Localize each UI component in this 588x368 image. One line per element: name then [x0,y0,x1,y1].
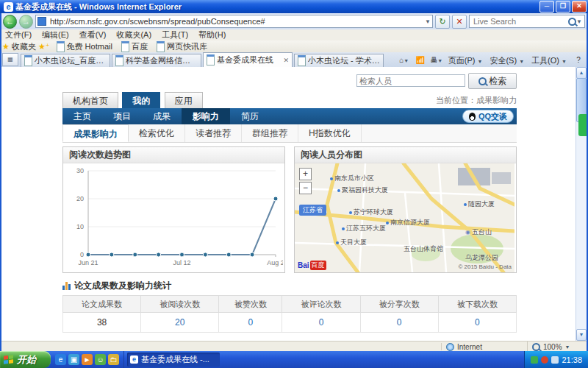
baidu-map[interactable]: + − 江苏省 南东瓜市小区 聚福园科技大厦 苏宁环球大厦 江苏五环大厦 南京信… [295,163,514,272]
url-input[interactable] [49,16,423,26]
address-dropdown-icon[interactable]: ▼ [425,18,431,25]
taskbar: 开始 e ▣ ► ☺ 🗀 e 基金委成果在线 -... 21:38 [0,351,588,368]
address-bar[interactable]: ▼ [35,15,433,28]
col-header: 被阅读次数 [141,296,219,313]
menu-view[interactable]: 查看(V) [74,29,112,40]
map-region-badge: 江苏省 [299,205,326,216]
svg-text:Jul 12: Jul 12 [173,259,190,266]
favorites-button[interactable]: 收藏夹 [12,41,36,52]
scroll-down-button[interactable]: ▼ [576,329,587,341]
subtab-reader-recommend[interactable]: 读者推荐 [185,124,242,142]
status-message [1,343,442,350]
tab-apps[interactable]: 应用 [165,92,203,110]
zoom-level: 100% [543,343,562,351]
feeds-icon[interactable]: 📶 [413,54,428,67]
print-icon[interactable]: 🖶▼ [429,54,444,67]
favorite-link-baidu[interactable]: 百度 [117,41,152,52]
map-attribution: © 2015 Baidu - Data [458,263,512,270]
stat-like-count[interactable]: 0 [219,313,282,333]
stat-download-count[interactable]: 0 [438,313,516,333]
ie-quicklaunch-icon[interactable]: e [55,354,66,365]
menu-help[interactable]: 帮助(H) [193,29,231,40]
command-tools[interactable]: 工具(O) ▼ [528,55,570,66]
col-header: 论文成果数 [63,296,141,313]
col-header: 被评论次数 [282,296,360,313]
svg-text:10: 10 [76,223,84,230]
col-header: 被下载次数 [438,296,516,313]
tab-close-icon[interactable]: ✕ [283,57,289,64]
messenger-icon[interactable]: ☺ [95,354,106,365]
bar-chart-icon [62,282,71,290]
zoom-control[interactable]: 100% ▼ [528,342,587,352]
nav-influence[interactable]: 影响力 [182,108,230,124]
back-button[interactable]: ← [3,15,17,29]
stat-share-count[interactable]: 0 [360,313,438,333]
stat-read-count[interactable]: 20 [141,313,219,333]
map-label: 苏宁环球大厦 [349,208,393,217]
window-titlebar: e 基金委成果在线 - Windows Internet Explorer ─ … [0,0,588,13]
favorites-star-icon: ★ [2,42,10,52]
vertical-scrollbar[interactable]: ▲ ▼ [576,67,587,341]
search-magnifier-icon[interactable] [568,18,576,26]
show-desktop-icon[interactable]: ▣ [68,354,79,365]
close-button[interactable]: ✕ [572,1,587,13]
favorite-link-webslice[interactable]: 网页快讯库 [152,41,212,52]
qq-chat-button[interactable]: QQ交谈 [462,110,514,123]
nav-resume[interactable]: 简历 [230,108,270,124]
stop-button[interactable]: ✕ [452,15,467,29]
tab-institution-home[interactable]: 机构首页 [62,92,118,110]
nav-results[interactable]: 成果 [142,108,182,124]
help-icon[interactable]: ? [571,54,586,67]
favorite-link-hotmail[interactable]: 免费 Hotmail [52,41,117,52]
minimize-button[interactable]: ─ [539,1,554,13]
person-search-input[interactable] [356,74,465,87]
browser-tab-4[interactable]: 小木虫论坛 - 学术科研... [294,54,384,67]
menu-edit[interactable]: 编辑(E) [37,29,74,40]
subtab-search-optimize[interactable]: 检索优化 [129,124,185,142]
folder-icon[interactable]: 🗀 [108,354,119,365]
browser-tab-1[interactable]: 小木虫论坛_百度搜索 [21,54,110,67]
subtab-result-influence[interactable]: 成果影响力 [62,124,129,142]
stat-comment-count[interactable]: 0 [282,313,360,333]
live-search-box[interactable]: ▼ [469,15,585,28]
command-page[interactable]: 页面(P) ▼ [445,55,486,66]
svg-text:Aug 2: Aug 2 [267,259,283,266]
media-player-icon[interactable]: ► [82,354,93,365]
map-label: 南东瓜市小区 [330,174,374,183]
menu-file[interactable]: 文件(F) [0,29,37,40]
start-button[interactable]: 开始 [0,351,51,368]
side-widget[interactable] [578,114,587,136]
taskbar-task-button[interactable]: e 基金委成果在线 -... [127,353,220,367]
command-safety[interactable]: 安全(S) ▼ [487,55,527,66]
nav-home[interactable]: 主页 [62,108,102,124]
search-button[interactable]: 检索 [468,73,517,89]
home-icon[interactable]: ⌂▼ [397,54,412,67]
menu-tools[interactable]: 工具(T) [157,29,193,40]
browser-viewport: 检索 机构首页 我的 应用 当前位置：成果影响力 主页 项目 成果 影响力 简历… [1,67,587,341]
reader-map-panel: 阅读人员分布图 [294,146,517,273]
page-icon [57,41,65,52]
taskbar-clock[interactable]: 21:38 [562,355,582,364]
browser-tab-3-active[interactable]: 基金委成果在线 ✕ [203,52,293,67]
antivirus-icon[interactable] [541,356,548,364]
refresh-button[interactable]: ↻ [435,15,450,29]
subtab-hindex-optimize[interactable]: H指数优化 [298,124,362,142]
portal-tabs: 机构首页 我的 应用 当前位置：成果影响力 [62,92,517,108]
quick-tabs-icon[interactable]: ▦ [2,53,18,66]
live-search-input[interactable] [472,16,568,26]
scroll-up-button[interactable]: ▲ [576,67,587,79]
search-dropdown-icon[interactable]: ▼ [576,18,582,25]
browser-tab-2[interactable]: 科学基金网络信息系统 -... [112,54,201,67]
subtab-group-recommend[interactable]: 群组推荐 [242,124,298,142]
tab-mine[interactable]: 我的 [122,92,160,110]
map-zoom-out-button[interactable]: − [299,182,312,194]
network-icon[interactable] [551,356,559,364]
security-shield-icon[interactable] [531,356,538,364]
forward-button[interactable]: → [19,15,33,29]
map-zoom-in-button[interactable]: + [299,168,312,180]
qq-penguin-icon [469,113,476,121]
add-favorite-icon[interactable]: ★⁺ [38,42,50,52]
maximize-button[interactable]: ❐ [556,1,570,13]
menu-favorites[interactable]: 收藏夹(A) [111,29,157,40]
nav-projects[interactable]: 项目 [102,108,142,124]
